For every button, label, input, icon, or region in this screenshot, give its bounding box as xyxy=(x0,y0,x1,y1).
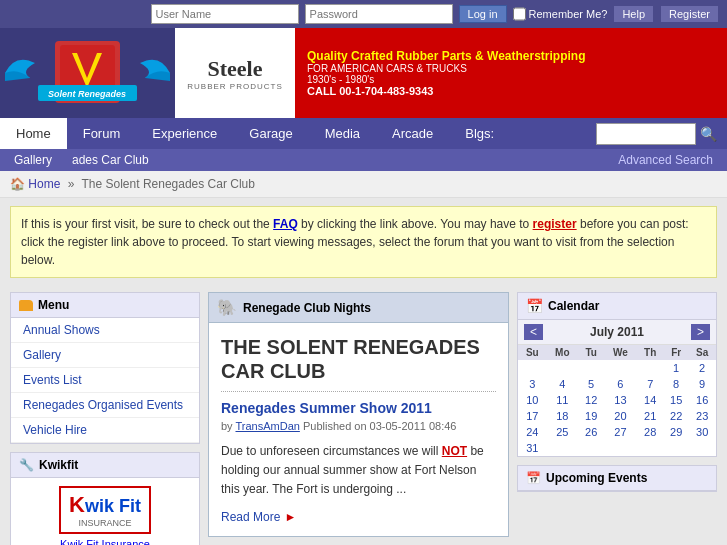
calendar-day-cell[interactable]: 13 xyxy=(604,392,636,408)
calendar-day-cell[interactable]: 17 xyxy=(518,408,547,424)
search-button[interactable]: 🔍 xyxy=(696,124,721,144)
calendar-day-link[interactable]: 25 xyxy=(556,426,568,438)
kwikfit-link[interactable]: Kwik Fit Insurance xyxy=(60,538,150,545)
register-header-button[interactable]: Register xyxy=(660,5,719,23)
nav-blogs[interactable]: Blgs: xyxy=(449,118,510,149)
calendar-day-link[interactable]: 18 xyxy=(556,410,568,422)
calendar-day-cell[interactable]: 16 xyxy=(688,392,716,408)
read-more-link[interactable]: Read More ► xyxy=(221,510,496,524)
calendar-day-cell[interactable]: 21 xyxy=(636,408,664,424)
calendar-day-cell xyxy=(664,440,688,456)
calendar-day-cell[interactable]: 2 xyxy=(688,360,716,376)
nav-gallery[interactable]: Gallery xyxy=(4,149,62,171)
calendar-day-link[interactable]: 12 xyxy=(585,394,597,406)
calendar-day-cell[interactable]: 14 xyxy=(636,392,664,408)
calendar-day-link[interactable]: 24 xyxy=(526,426,538,438)
breadcrumb-home-link[interactable]: Home xyxy=(28,177,60,191)
breadcrumb-separator: » xyxy=(68,177,75,191)
menu-vehicle-hire[interactable]: Vehicle Hire xyxy=(11,418,199,443)
calendar-day-cell[interactable]: 1 xyxy=(664,360,688,376)
calendar-day-cell[interactable]: 8 xyxy=(664,376,688,392)
menu-events-list[interactable]: Events List xyxy=(11,368,199,393)
calendar-day-cell[interactable]: 15 xyxy=(664,392,688,408)
nav-media[interactable]: Media xyxy=(309,118,376,149)
calendar-day-cell[interactable]: 12 xyxy=(578,392,604,408)
calendar-day-cell[interactable]: 11 xyxy=(547,392,578,408)
logo-area: Solent Renegades xyxy=(0,31,175,116)
calendar-day-link[interactable]: 9 xyxy=(699,378,705,390)
advanced-search-link[interactable]: Advanced Search xyxy=(608,149,723,171)
nav-experience[interactable]: Experience xyxy=(136,118,233,149)
username-input[interactable] xyxy=(151,4,299,24)
calendar-day-cell[interactable]: 24 xyxy=(518,424,547,440)
help-button[interactable]: Help xyxy=(613,5,654,23)
register-link[interactable]: register xyxy=(533,217,577,231)
calendar-day-link[interactable]: 28 xyxy=(644,426,656,438)
calendar-day-cell[interactable]: 19 xyxy=(578,408,604,424)
calendar-day-link[interactable]: 3 xyxy=(529,378,535,390)
calendar-next-button[interactable]: > xyxy=(691,324,710,340)
nav-search-input[interactable] xyxy=(596,123,696,145)
calendar-day-link[interactable]: 15 xyxy=(670,394,682,406)
calendar-day-cell[interactable]: 5 xyxy=(578,376,604,392)
calendar-day-link[interactable]: 4 xyxy=(559,378,565,390)
calendar-day-link[interactable]: 29 xyxy=(670,426,682,438)
faq-link[interactable]: FAQ xyxy=(273,217,298,231)
calendar-day-link[interactable]: 22 xyxy=(670,410,682,422)
calendar-day-cell[interactable]: 4 xyxy=(547,376,578,392)
remember-me-checkbox[interactable] xyxy=(513,4,526,24)
calendar-day-link[interactable]: 13 xyxy=(614,394,626,406)
calendar-day-cell[interactable]: 18 xyxy=(547,408,578,424)
calendar-day-link[interactable]: 6 xyxy=(617,378,623,390)
calendar-day-cell[interactable]: 22 xyxy=(664,408,688,424)
calendar-day-cell[interactable]: 3 xyxy=(518,376,547,392)
calendar-day-cell[interactable]: 30 xyxy=(688,424,716,440)
calendar-day-cell[interactable]: 6 xyxy=(604,376,636,392)
nav-forum[interactable]: Forum xyxy=(67,118,137,149)
calendar-day-link[interactable]: 30 xyxy=(696,426,708,438)
calendar-day-link[interactable]: 19 xyxy=(585,410,597,422)
menu-box: Menu Annual Shows Gallery Events List Re… xyxy=(10,292,200,444)
kwikfit-icon: 🔧 xyxy=(19,458,34,472)
calendar-day-link[interactable]: 23 xyxy=(696,410,708,422)
menu-annual-shows[interactable]: Annual Shows xyxy=(11,318,199,343)
menu-renegades-organised-events[interactable]: Renegades Organised Events xyxy=(11,393,199,418)
calendar-day-link[interactable]: 11 xyxy=(556,394,568,406)
password-input[interactable] xyxy=(305,4,453,24)
calendar-day-link[interactable]: 20 xyxy=(614,410,626,422)
calendar-day-link[interactable]: 5 xyxy=(588,378,594,390)
calendar-day-cell[interactable]: 10 xyxy=(518,392,547,408)
calendar-day-cell[interactable]: 31 xyxy=(518,440,547,456)
calendar-day-link[interactable]: 8 xyxy=(673,378,679,390)
calendar-day-cell[interactable]: 27 xyxy=(604,424,636,440)
calendar-day-link[interactable]: 31 xyxy=(526,442,538,454)
calendar-day-cell[interactable]: 25 xyxy=(547,424,578,440)
calendar-day-cell[interactable]: 26 xyxy=(578,424,604,440)
calendar-day-link[interactable]: 2 xyxy=(699,362,705,374)
kwikfit-content: Kwik Fit INSURANCE Kwik Fit Insurance xyxy=(11,478,199,545)
nav-garage[interactable]: Garage xyxy=(233,118,308,149)
calendar-prev-button[interactable]: < xyxy=(524,324,543,340)
nav-car-club[interactable]: ades Car Club xyxy=(62,149,159,171)
calendar-day-cell[interactable]: 20 xyxy=(604,408,636,424)
calendar-day-link[interactable]: 14 xyxy=(644,394,656,406)
post-author-link[interactable]: TransAmDan xyxy=(235,420,299,432)
calendar-day-cell[interactable]: 23 xyxy=(688,408,716,424)
calendar-day-link[interactable]: 21 xyxy=(644,410,656,422)
menu-gallery[interactable]: Gallery xyxy=(11,343,199,368)
calendar-day-cell[interactable]: 29 xyxy=(664,424,688,440)
calendar-day-link[interactable]: 10 xyxy=(526,394,538,406)
nav-home[interactable]: Home xyxy=(0,118,67,149)
calendar-day-link[interactable]: 27 xyxy=(614,426,626,438)
calendar-day-cell[interactable]: 9 xyxy=(688,376,716,392)
calendar-day-link[interactable]: 17 xyxy=(526,410,538,422)
calendar-day-cell[interactable]: 28 xyxy=(636,424,664,440)
calendar-day-link[interactable]: 1 xyxy=(673,362,679,374)
calendar-day-link[interactable]: 16 xyxy=(696,394,708,406)
club-icon: 🐘 xyxy=(217,298,237,317)
calendar-day-link[interactable]: 26 xyxy=(585,426,597,438)
nav-arcade[interactable]: Arcade xyxy=(376,118,449,149)
login-button[interactable]: Log in xyxy=(459,5,507,23)
calendar-day-cell[interactable]: 7 xyxy=(636,376,664,392)
calendar-day-link[interactable]: 7 xyxy=(647,378,653,390)
